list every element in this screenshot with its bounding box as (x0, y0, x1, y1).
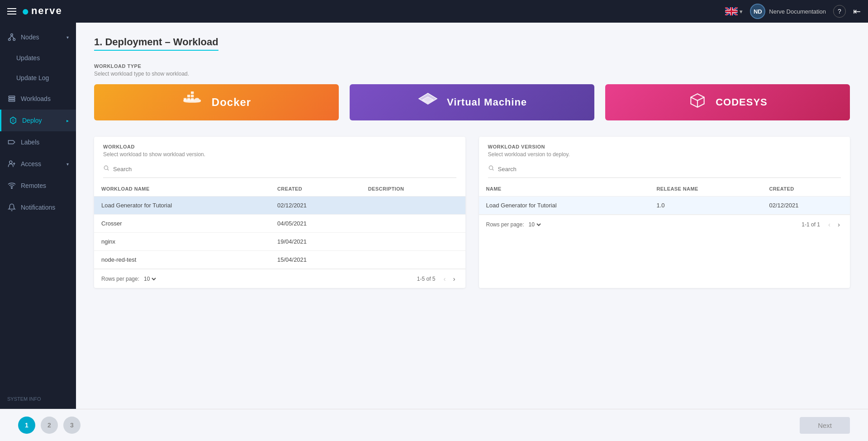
workload-search-input[interactable] (113, 166, 456, 173)
sidebar-item-nodes[interactable]: Nodes ▾ (0, 26, 76, 48)
version-search-input[interactable] (498, 166, 841, 173)
workload-created-cell: 15/04/2021 (270, 251, 361, 269)
col-workload-created: CREATED (270, 182, 361, 197)
logout-button[interactable]: ⇥ (853, 6, 861, 17)
version-rows-select[interactable]: 102550 (527, 221, 542, 228)
workload-type-desc: Select workload type to show workload. (94, 71, 850, 77)
page-title: 1. Deployment – Workload (94, 36, 218, 51)
language-arrow: ▾ (740, 8, 743, 15)
workload-table-scroll: WORKLOAD NAME CREATED DESCRIPTION Load G… (94, 182, 465, 269)
version-page-range: 1-1 of 1 (802, 221, 820, 228)
labels-icon (7, 138, 16, 147)
workload-table-row[interactable]: Crosser 04/05/2021 (94, 215, 465, 233)
flag-icon (725, 7, 738, 15)
access-arrow: ▾ (66, 162, 69, 167)
workload-rows-select[interactable]: 102550 (142, 275, 157, 283)
version-table-row[interactable]: Load Generator for Tutorial 1.0 02/12/20… (479, 197, 850, 215)
workload-pagination: Rows per page: 102550 1-5 of 5 ‹ › (94, 269, 465, 288)
app-logo: ●nerve (22, 4, 62, 19)
sidebar-labels-label: Labels (21, 139, 39, 146)
workload-name-cell: Crosser (94, 215, 270, 233)
workloads-icon (7, 94, 16, 103)
svg-line-22 (492, 169, 493, 171)
vm-label: Virtual Machine (447, 96, 527, 108)
workload-search-box (103, 165, 456, 178)
system-info[interactable]: SYSTEM INFO (0, 389, 76, 409)
version-next-btn[interactable]: › (835, 220, 843, 229)
svg-rect-7 (9, 98, 15, 100)
workload-table-row[interactable]: Load Generator for Tutorial 02/12/2021 (94, 197, 465, 215)
language-selector[interactable]: ▾ (725, 7, 743, 15)
svg-rect-6 (9, 96, 15, 97)
release-name-cell: 1.0 (649, 197, 762, 215)
version-section-desc: Select workload version to deploy. (488, 151, 841, 158)
sidebar-updatelog-label: Update Log (16, 74, 49, 81)
workload-table-row[interactable]: node-red-test 15/04/2021 (94, 251, 465, 269)
version-page-nav: 1-1 of 1 ‹ › (802, 220, 843, 229)
sidebar-item-labels[interactable]: Labels (0, 131, 76, 153)
hamburger-menu[interactable] (7, 8, 16, 14)
sidebar-workloads-label: Workloads (21, 95, 51, 102)
user-avatar[interactable]: ND (750, 4, 765, 19)
workload-prev-btn[interactable]: ‹ (441, 274, 449, 283)
user-name: Nerve Documentation (769, 8, 826, 15)
workload-search-icon (103, 165, 109, 173)
docker-label: Docker (212, 96, 251, 109)
tables-container: WORKLOAD Select workload to show workloa… (94, 137, 850, 288)
workload-table-header: WORKLOAD Select workload to show workloa… (94, 137, 465, 182)
workload-next-btn[interactable]: › (451, 274, 458, 283)
vm-button[interactable]: Virtual Machine (350, 84, 594, 120)
svg-rect-8 (9, 100, 15, 101)
version-table-header: WORKLOAD VERSION Select workload version… (479, 137, 850, 182)
svg-point-21 (489, 166, 493, 169)
logo-text: ●nerve (22, 4, 62, 19)
main-layout: Nodes ▾ Updates Update Log Workloads Dep… (0, 23, 868, 409)
sidebar-item-updatelog[interactable]: Update Log (0, 68, 76, 88)
help-button[interactable]: ? (833, 5, 846, 18)
version-table-scroll: NAME RELEASE NAME CREATED Load Generator… (479, 182, 850, 215)
wizard-steps: 1 2 3 (18, 417, 81, 434)
workload-section-label: WORKLOAD (103, 144, 456, 149)
codesys-icon (688, 91, 707, 114)
workload-table-panel: WORKLOAD Select workload to show workloa… (94, 137, 465, 288)
docker-button[interactable]: Docker (94, 84, 339, 120)
workload-type-label: WORKLOAD TYPE (94, 63, 850, 69)
col-version-name: NAME (479, 182, 650, 197)
version-prev-btn[interactable]: ‹ (825, 220, 833, 229)
version-pagination: Rows per page: 102550 1-1 of 1 ‹ › (479, 215, 850, 234)
sidebar-item-workloads[interactable]: Workloads (0, 88, 76, 110)
sidebar-remotes-label: Remotes (21, 182, 46, 189)
svg-rect-16 (191, 91, 194, 94)
step-1[interactable]: 1 (18, 417, 35, 434)
sidebar-item-deploy[interactable]: Deploy ▸ (0, 110, 76, 131)
workload-section-desc: Select workload to show workload version… (103, 151, 456, 158)
docker-icon (182, 91, 204, 113)
sidebar-updates-label: Updates (16, 54, 40, 62)
version-rows-per-page: Rows per page: 102550 (486, 221, 542, 228)
workload-table-row[interactable]: nginx 19/04/2021 (94, 233, 465, 251)
workload-rows-per-page: Rows per page: 102550 (101, 275, 157, 283)
topnav-left: ●nerve (7, 4, 62, 19)
step-3[interactable]: 3 (63, 417, 81, 434)
workload-desc-cell (361, 197, 465, 215)
vm-icon (417, 91, 439, 113)
svg-point-3 (13, 38, 15, 41)
version-created-cell: 02/12/2021 (762, 197, 850, 215)
svg-rect-14 (187, 95, 190, 97)
step-2[interactable]: 2 (41, 417, 58, 434)
codesys-label: CODESYS (716, 96, 768, 108)
next-button[interactable]: Next (800, 417, 850, 434)
notifications-icon (7, 203, 16, 212)
sidebar-item-access[interactable]: Access ▾ (0, 153, 76, 175)
sidebar-item-notifications[interactable]: Notifications (0, 197, 76, 218)
svg-point-10 (11, 187, 12, 188)
version-search-box (488, 165, 841, 178)
sidebar-item-remotes[interactable]: Remotes (0, 175, 76, 197)
sidebar-nodes-label: Nodes (21, 34, 39, 41)
workload-created-cell: 19/04/2021 (270, 233, 361, 251)
codesys-button[interactable]: CODESYS (605, 84, 850, 120)
top-navigation: ●nerve ▾ ND Nerve Documentation ? ⇥ (0, 0, 868, 23)
access-icon (7, 159, 16, 168)
svg-point-2 (9, 38, 11, 41)
sidebar-item-updates[interactable]: Updates (0, 48, 76, 68)
